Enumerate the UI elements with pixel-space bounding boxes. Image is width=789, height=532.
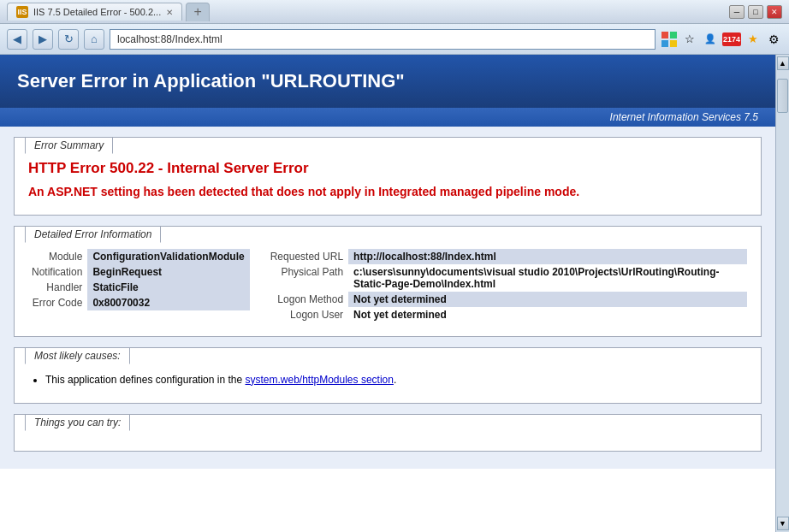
new-tab-icon: + [194, 4, 202, 20]
error-code-label: Error Code [28, 295, 87, 310]
module-value: ConfigurationValidationModule [87, 249, 249, 264]
detail-left-col: Module ConfigurationValidationModule Not… [28, 249, 250, 322]
causes-list: This application defines configuration i… [45, 374, 747, 386]
scroll-track [776, 70, 789, 517]
things-section-box: Things you can try: [14, 414, 762, 452]
star-filled-icon[interactable]: ★ [745, 31, 762, 48]
nav-bar: ◀ ▶ ↻ ⌂ localhost:88/Index.html ☆ 👤 2174… [0, 24, 789, 55]
error-summary-box: Error Summary HTTP Error 500.22 - Intern… [14, 137, 762, 216]
tab-title: IIS 7.5 Detailed Error - 500.2... [33, 7, 161, 17]
iis-subheader: Internet Information Services 7.5 [0, 108, 775, 127]
table-row: Notification BeginRequest [28, 264, 250, 280]
table-row: Logon User Not yet determined [267, 307, 747, 322]
detail-right-col: Requested URL http://localhost:88/Index.… [267, 249, 747, 322]
handler-label: Handler [28, 280, 87, 295]
tab-row: IIS IIS 7.5 Detailed Error - 500.2... ✕ … [7, 3, 210, 21]
window-controls: ─ □ ✕ [729, 5, 782, 19]
things-tab: Things you can try: [25, 414, 130, 431]
cause-link[interactable]: system.web/httpModules section [245, 374, 393, 386]
table-row: Error Code 0x80070032 [28, 295, 250, 310]
table-row: Logon Method Not yet determined [267, 292, 747, 307]
detail-section-tab: Detailed Error Information [25, 226, 161, 243]
page-content: Server Error in Application "URLROUTING"… [0, 55, 775, 532]
table-row: Handler StaticFile [28, 280, 250, 295]
detail-section-box: Detailed Error Information Module Config… [14, 226, 762, 337]
title-bar: IIS IIS 7.5 Detailed Error - 500.2... ✕ … [0, 0, 789, 24]
table-row: Module ConfigurationValidationModule [28, 249, 250, 264]
svg-rect-0 [661, 32, 668, 38]
svg-rect-3 [670, 40, 677, 47]
error-description: An ASP.NET setting has been detected tha… [28, 184, 747, 201]
cause-text: This application defines configuration i… [45, 374, 245, 386]
scrollbar[interactable]: ▲ ▼ [775, 55, 789, 532]
nav-icons-right: ☆ 👤 2174 ★ ⚙ [661, 31, 782, 48]
maximize-button[interactable]: □ [748, 5, 763, 19]
home-button[interactable]: ⌂ [84, 29, 104, 50]
detail-right-table: Requested URL http://localhost:88/Index.… [267, 249, 747, 322]
detail-content: Module ConfigurationValidationModule Not… [15, 233, 761, 336]
handler-value: StaticFile [87, 280, 249, 295]
back-button[interactable]: ◀ [7, 29, 27, 50]
notification-value: BeginRequest [87, 264, 249, 280]
tools-icon[interactable]: ⚙ [765, 31, 782, 48]
address-bar[interactable]: localhost:88/Index.html [110, 29, 656, 50]
error-code-value: 0x80070032 [87, 295, 249, 310]
star-icon[interactable]: ☆ [681, 31, 698, 48]
requested-url-value: http://localhost:88/Index.html [348, 249, 747, 264]
scroll-down-button[interactable]: ▼ [777, 517, 789, 530]
address-text: localhost:88/Index.html [117, 33, 222, 45]
physical-path-value: c:\users\sunny\documents\visual studio 2… [348, 264, 747, 292]
browser-layout: Server Error in Application "URLROUTING"… [0, 55, 789, 532]
user-icon[interactable]: 👤 [702, 31, 719, 48]
logon-method-value: Not yet determined [348, 292, 747, 307]
error-summary-tab: Error Summary [25, 137, 113, 154]
table-row: Requested URL http://localhost:88/Index.… [267, 249, 747, 264]
iis-version: Internet Information Services 7.5 [610, 111, 758, 123]
mail-badge-icon: 2174 [722, 33, 741, 46]
tab-favicon: IIS [16, 6, 28, 18]
close-button[interactable]: ✕ [767, 5, 782, 19]
svg-rect-2 [661, 40, 668, 47]
iis-header: Server Error in Application "URLROUTING" [0, 55, 775, 108]
table-row: Physical Path c:\users\sunny\documents\v… [267, 264, 747, 292]
module-label: Module [28, 249, 87, 264]
minimize-button[interactable]: ─ [729, 5, 745, 19]
forward-button[interactable]: ▶ [33, 29, 53, 50]
cause-period: . [394, 374, 396, 386]
active-tab[interactable]: IIS IIS 7.5 Detailed Error - 500.2... ✕ [7, 3, 182, 21]
error-summary-content: HTTP Error 500.22 - Internal Server Erro… [15, 145, 761, 215]
page-title: Server Error in Application "URLROUTING" [17, 70, 405, 92]
page-body: Error Summary HTTP Error 500.22 - Intern… [0, 127, 775, 469]
causes-box: Most likely causes: This application def… [14, 347, 762, 404]
scroll-thumb[interactable] [777, 79, 788, 113]
physical-path-label: Physical Path [267, 264, 348, 292]
refresh-button[interactable]: ↻ [58, 29, 79, 50]
windows-icon [661, 31, 678, 48]
error-title: HTTP Error 500.22 - Internal Server Erro… [28, 160, 747, 177]
detail-left-table: Module ConfigurationValidationModule Not… [28, 249, 250, 310]
logon-method-label: Logon Method [267, 292, 348, 307]
list-item: This application defines configuration i… [45, 374, 747, 386]
logon-user-label: Logon User [267, 307, 348, 322]
requested-url-label: Requested URL [267, 249, 348, 264]
new-tab-button[interactable]: + [186, 3, 210, 21]
causes-tab: Most likely causes: [25, 347, 130, 364]
logon-user-value: Not yet determined [348, 307, 747, 322]
scroll-up-button[interactable]: ▲ [777, 56, 789, 70]
notification-label: Notification [28, 264, 87, 280]
tab-close-button[interactable]: ✕ [166, 8, 173, 17]
svg-rect-1 [670, 32, 677, 38]
